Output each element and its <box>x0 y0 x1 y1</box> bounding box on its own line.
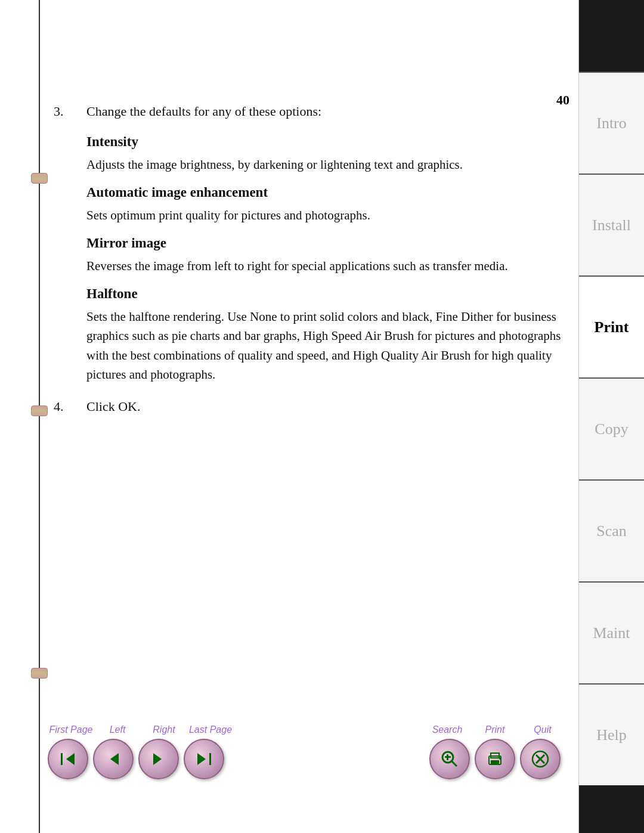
option-intensity-title: Intensity <box>86 132 566 153</box>
search-button[interactable] <box>429 739 470 779</box>
nav-buttons-row <box>48 739 566 779</box>
svg-rect-12 <box>491 760 499 765</box>
svg-rect-0 <box>61 753 63 765</box>
print-button[interactable] <box>475 739 515 779</box>
sidebar-top-decoration <box>579 0 644 72</box>
label-first: First Page <box>48 724 94 735</box>
left-button[interactable] <box>93 739 134 779</box>
sidebar-label-install: Install <box>592 216 631 234</box>
svg-rect-5 <box>209 753 211 765</box>
sidebar-label-copy: Copy <box>595 420 628 438</box>
sidebar-item-install[interactable]: Install <box>579 174 644 275</box>
step-4-text: Click OK. <box>86 397 566 416</box>
option-halftone-desc: Sets the halftone rendering. Use None to… <box>86 307 566 385</box>
svg-point-13 <box>499 757 501 760</box>
svg-rect-9 <box>447 754 448 760</box>
quit-button[interactable] <box>520 739 561 779</box>
sidebar-item-copy[interactable]: Copy <box>579 377 644 479</box>
sidebar-label-intro: Intro <box>596 114 627 132</box>
svg-marker-3 <box>153 753 162 765</box>
label-left: Left <box>94 724 141 735</box>
option-auto-desc: Sets optimum print quality for pictures … <box>86 206 566 225</box>
svg-marker-1 <box>66 753 75 765</box>
svg-marker-2 <box>110 753 119 765</box>
step-4: 4. Click OK. <box>54 397 566 416</box>
search-icon <box>439 748 460 770</box>
sidebar-label-help: Help <box>596 726 627 744</box>
sidebar-item-print[interactable]: Print <box>579 275 644 377</box>
sidebar-label-print: Print <box>595 318 629 336</box>
first-page-button[interactable] <box>48 739 88 779</box>
right-button[interactable] <box>138 739 179 779</box>
left-arrow-icon <box>103 749 123 769</box>
svg-marker-4 <box>197 753 206 765</box>
step-3-intro: Change the defaults for any of these opt… <box>86 101 566 121</box>
sidebar-item-scan[interactable]: Scan <box>579 479 644 581</box>
option-mirror-desc: Reverses the image from left to right fo… <box>86 256 566 276</box>
sidebar-item-intro[interactable]: Intro <box>579 72 644 174</box>
print-icon <box>484 748 506 770</box>
label-quit: Quit <box>519 724 566 735</box>
nav-labels-row: First Page Left Right Last Page Search P… <box>48 724 566 735</box>
sidebar: Intro Install Print Copy Scan Maint Help <box>578 0 644 833</box>
quit-icon <box>530 748 551 770</box>
svg-line-7 <box>451 761 457 766</box>
right-arrow-icon <box>148 749 169 769</box>
label-last: Last Page <box>187 724 234 735</box>
option-auto-title: Automatic image enhancement <box>86 182 566 203</box>
binder-ring-middle <box>31 405 48 416</box>
binder-ring-top <box>31 173 48 184</box>
last-page-icon <box>194 749 214 769</box>
binder-ring-bottom <box>31 668 48 679</box>
step-3-number: 3. <box>54 101 86 121</box>
option-mirror-title: Mirror image <box>86 233 566 254</box>
sidebar-bottom-decoration <box>579 785 644 833</box>
navigation-bar: First Page Left Right Last Page Search P… <box>48 724 566 779</box>
label-right: Right <box>141 724 187 735</box>
label-print: Print <box>471 724 519 735</box>
option-intensity-desc: Adjusts the image brightness, by darkeni… <box>86 155 566 175</box>
option-halftone-title: Halftone <box>86 284 566 305</box>
sidebar-item-maint[interactable]: Maint <box>579 581 644 683</box>
binder-spine-line <box>39 0 40 833</box>
sidebar-label-maint: Maint <box>593 624 630 642</box>
step-4-number: 4. <box>54 397 86 416</box>
main-content: 3. Change the defaults for any of these … <box>54 101 566 427</box>
sidebar-label-scan: Scan <box>596 522 627 540</box>
first-page-icon <box>58 749 78 769</box>
step-3: 3. Change the defaults for any of these … <box>54 101 566 121</box>
last-page-button[interactable] <box>184 739 224 779</box>
sidebar-item-help[interactable]: Help <box>579 683 644 785</box>
label-search: Search <box>423 724 471 735</box>
